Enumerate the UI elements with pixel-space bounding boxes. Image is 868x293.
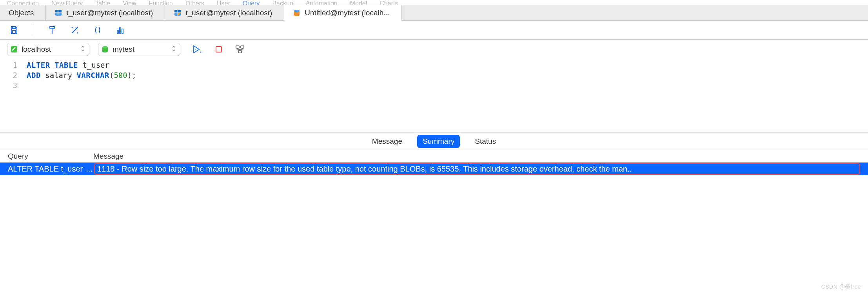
svg-rect-19 bbox=[216, 47, 222, 52]
connection-icon bbox=[10, 45, 18, 54]
parentheses-icon[interactable] bbox=[92, 25, 103, 36]
cell-message-highlighted: 1118 - Row size too large. The maximum r… bbox=[94, 163, 860, 175]
svg-rect-10 bbox=[13, 27, 16, 29]
result-tab-status[interactable]: Status bbox=[469, 135, 501, 148]
separator bbox=[33, 24, 33, 36]
svg-rect-11 bbox=[13, 31, 16, 34]
svg-point-17 bbox=[102, 46, 108, 49]
svg-point-9 bbox=[294, 10, 300, 12]
svg-rect-20 bbox=[236, 46, 239, 48]
connection-toolbar: localhost mytest bbox=[0, 40, 868, 58]
chevron-updown-icon bbox=[80, 45, 85, 54]
tab-label: t_user@mytest (localhost) bbox=[185, 9, 272, 17]
chart-icon[interactable] bbox=[115, 25, 126, 36]
magic-icon[interactable] bbox=[69, 25, 80, 36]
svg-point-18 bbox=[200, 52, 202, 53]
editor-tab-strip: Objects t_user@mytest (localhost) t_user… bbox=[0, 5, 868, 21]
database-label: mytest bbox=[113, 45, 168, 54]
code-line: ADD salary VARCHAR(500); bbox=[27, 70, 136, 80]
tab-label: t_user@mytest (localhost) bbox=[66, 9, 153, 17]
result-tab-strip: Message Summary Status bbox=[0, 133, 868, 150]
svg-rect-21 bbox=[241, 46, 244, 48]
tab-label: Objects bbox=[9, 9, 34, 17]
tab-tuser-2[interactable]: t_user@mytest (localhost) bbox=[165, 5, 284, 20]
connection-label: localhost bbox=[22, 45, 77, 54]
stop-button[interactable] bbox=[213, 44, 224, 55]
tab-tuser-1[interactable]: t_user@mytest (localhost) bbox=[46, 5, 165, 20]
table-edit-icon bbox=[174, 9, 182, 17]
tab-untitled-query[interactable]: Untitled@mytest (localh... bbox=[284, 5, 402, 21]
tab-label: Untitled@mytest (localh... bbox=[305, 9, 390, 17]
result-grid-header: Query Message bbox=[0, 150, 868, 163]
editor-splitter[interactable] bbox=[0, 130, 868, 133]
watermark: CSDN @吴free bbox=[821, 284, 861, 291]
connection-dropdown[interactable]: localhost bbox=[7, 43, 89, 56]
svg-rect-5 bbox=[174, 10, 181, 12]
format-icon[interactable] bbox=[47, 25, 58, 36]
result-tab-message[interactable]: Message bbox=[367, 135, 408, 148]
svg-rect-14 bbox=[122, 29, 123, 33]
database-dropdown[interactable]: mytest bbox=[98, 43, 180, 56]
sql-editor[interactable]: 1 2 3 ALTER TABLE t_user ADD salary VARC… bbox=[0, 58, 868, 130]
explain-icon[interactable] bbox=[234, 44, 245, 55]
code-line: ALTER TABLE t_user bbox=[27, 60, 136, 70]
line-gutter: 1 2 3 bbox=[0, 58, 21, 130]
save-icon[interactable] bbox=[9, 25, 20, 36]
table-icon bbox=[54, 9, 62, 17]
svg-rect-22 bbox=[238, 51, 242, 53]
run-actions bbox=[192, 44, 245, 55]
line-number: 2 bbox=[0, 70, 17, 80]
line-number: 3 bbox=[0, 80, 17, 90]
result-row[interactable]: ALTER TABLE t_user ... 1118 - Row size t… bbox=[0, 163, 868, 175]
svg-rect-7 bbox=[177, 10, 178, 16]
svg-rect-12 bbox=[117, 30, 118, 33]
svg-rect-2 bbox=[55, 13, 62, 13]
svg-rect-3 bbox=[58, 10, 58, 16]
tab-objects[interactable]: Objects bbox=[0, 5, 46, 20]
cell-query: ALTER TABLE t_user ... bbox=[8, 165, 93, 174]
svg-rect-1 bbox=[55, 10, 62, 12]
column-header-message[interactable]: Message bbox=[93, 152, 860, 161]
code-line bbox=[27, 80, 136, 90]
database-icon bbox=[101, 45, 109, 54]
chevron-updown-icon bbox=[171, 45, 176, 54]
top-menubar: ConnectionNew QueryTableViewFunctionOthe… bbox=[0, 0, 868, 5]
run-button[interactable] bbox=[192, 44, 203, 55]
query-tab-icon bbox=[293, 9, 301, 17]
column-header-query[interactable]: Query bbox=[8, 152, 93, 161]
editor-toolbar bbox=[0, 21, 868, 40]
code-area[interactable]: ALTER TABLE t_user ADD salary VARCHAR(50… bbox=[21, 58, 136, 130]
result-tab-summary[interactable]: Summary bbox=[417, 135, 460, 148]
svg-rect-13 bbox=[120, 28, 121, 33]
line-number: 1 bbox=[0, 60, 17, 70]
